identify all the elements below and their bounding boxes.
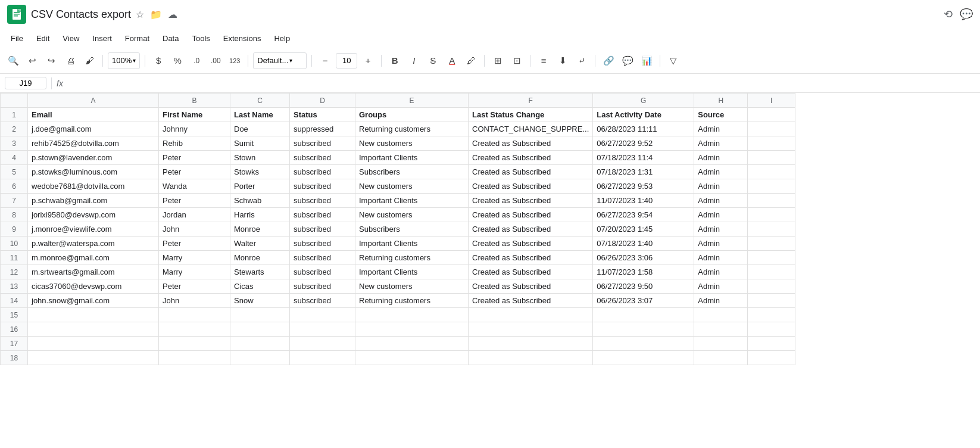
table-cell[interactable]: Important Clients — [355, 194, 469, 208]
table-cell[interactable]: Returning customers — [355, 251, 469, 265]
table-cell[interactable]: p.stowks@luminous.com — [28, 165, 159, 179]
table-cell[interactable] — [469, 322, 593, 337]
table-row[interactable]: 7p.schwab@gmail.comPeterSchwabsubscribed… — [1, 194, 795, 208]
menu-data[interactable]: Data — [157, 32, 185, 45]
table-cell[interactable]: Created as Subscribed — [469, 136, 593, 151]
star-icon[interactable]: ☆ — [136, 9, 144, 20]
table-cell[interactable] — [355, 322, 469, 337]
chart-button[interactable]: 📊 — [638, 52, 655, 69]
table-cell[interactable]: Important Clients — [355, 237, 469, 251]
table-cell[interactable] — [28, 308, 159, 322]
table-cell[interactable] — [748, 265, 795, 279]
table-cell[interactable] — [748, 294, 795, 308]
table-cell[interactable]: 07/18/2023 11:4 — [593, 151, 694, 165]
table-cell[interactable] — [593, 308, 694, 322]
table-cell[interactable]: Jordan — [159, 208, 230, 222]
table-cell[interactable]: 06/27/2023 9:50 — [593, 279, 694, 294]
table-cell[interactable]: Admin — [694, 136, 748, 151]
table-cell[interactable] — [28, 322, 159, 337]
menu-tools[interactable]: Tools — [186, 32, 216, 45]
increase-font-button[interactable]: + — [360, 52, 376, 69]
col-header-g[interactable]: G — [593, 94, 694, 108]
table-cell[interactable]: cicas37060@devswp.com — [28, 279, 159, 294]
table-cell[interactable] — [748, 194, 795, 208]
table-row[interactable]: 9j.monroe@viewlife.comJohnMonroesubscrib… — [1, 222, 795, 237]
table-cell[interactable] — [748, 108, 795, 122]
table-cell[interactable] — [290, 337, 355, 351]
col-header-i[interactable]: I — [748, 94, 795, 108]
table-cell[interactable] — [355, 308, 469, 322]
col-header-a[interactable]: A — [28, 94, 159, 108]
table-cell[interactable]: Last Name — [230, 108, 290, 122]
table-row[interactable]: 1EmailFirst NameLast NameStatusGroupsLas… — [1, 108, 795, 122]
table-cell[interactable]: Created as Subscribed — [469, 294, 593, 308]
table-cell[interactable]: Admin — [694, 294, 748, 308]
col-header-e[interactable]: E — [355, 94, 469, 108]
table-cell[interactable]: Returning customers — [355, 122, 469, 136]
table-cell[interactable]: jorixi9580@devswp.com — [28, 208, 159, 222]
table-cell[interactable]: Schwab — [230, 194, 290, 208]
table-cell[interactable]: Wanda — [159, 179, 230, 194]
table-cell[interactable]: subscribed — [290, 165, 355, 179]
table-cell[interactable]: m.srtwearts@gmail.com — [28, 265, 159, 279]
table-cell[interactable]: john.snow@gmail.com — [28, 294, 159, 308]
table-cell[interactable]: 06/26/2023 3:06 — [593, 251, 694, 265]
chat-icon[interactable]: 💬 — [960, 8, 973, 21]
table-cell[interactable]: subscribed — [290, 194, 355, 208]
table-cell[interactable]: j.monroe@viewlife.com — [28, 222, 159, 237]
table-cell[interactable]: Peter — [159, 194, 230, 208]
table-cell[interactable]: Admin — [694, 122, 748, 136]
table-cell[interactable]: Admin — [694, 222, 748, 237]
cell-reference-input[interactable] — [5, 77, 46, 89]
table-cell[interactable]: subscribed — [290, 265, 355, 279]
table-cell[interactable]: Groups — [355, 108, 469, 122]
history-icon[interactable]: ⟲ — [944, 8, 953, 21]
merge-button[interactable]: ⊡ — [508, 52, 525, 69]
table-cell[interactable] — [290, 351, 355, 365]
paint-format-button[interactable]: 🖌 — [81, 52, 98, 69]
table-cell[interactable]: John — [159, 222, 230, 237]
table-cell[interactable] — [748, 179, 795, 194]
undo-button[interactable]: ↩ — [24, 52, 40, 69]
table-row[interactable]: 3rehib74525@dotvilla.comRehibSumitsubscr… — [1, 136, 795, 151]
table-cell[interactable]: Created as Subscribed — [469, 179, 593, 194]
spreadsheet-wrapper[interactable]: A B C D E F G H I 1EmailFirst NameLast N… — [0, 93, 980, 448]
table-cell[interactable]: Porter — [230, 179, 290, 194]
table-row[interactable]: 6wedobe7681@dotvilla.comWandaPortersubsc… — [1, 179, 795, 194]
table-cell[interactable]: rehib74525@dotvilla.com — [28, 136, 159, 151]
table-cell[interactable] — [159, 322, 230, 337]
table-cell[interactable]: subscribed — [290, 279, 355, 294]
table-cell[interactable]: Monroe — [230, 251, 290, 265]
table-cell[interactable]: 06/28/2023 11:11 — [593, 122, 694, 136]
table-row[interactable]: 14john.snow@gmail.comJohnSnowsubscribedR… — [1, 294, 795, 308]
table-cell[interactable]: Peter — [159, 151, 230, 165]
table-cell[interactable]: Peter — [159, 165, 230, 179]
formula-input[interactable] — [68, 79, 975, 88]
table-cell[interactable]: Created as Subscribed — [469, 165, 593, 179]
table-cell[interactable]: Admin — [694, 237, 748, 251]
table-cell[interactable] — [748, 208, 795, 222]
table-cell[interactable] — [748, 165, 795, 179]
table-row[interactable]: 10p.walter@waterspa.comPeterWaltersubscr… — [1, 237, 795, 251]
table-cell[interactable] — [748, 322, 795, 337]
table-cell[interactable]: Subscribers — [355, 165, 469, 179]
table-cell[interactable] — [694, 351, 748, 365]
menu-file[interactable]: File — [5, 32, 29, 45]
table-cell[interactable] — [159, 308, 230, 322]
table-cell[interactable]: 06/27/2023 9:53 — [593, 179, 694, 194]
link-button[interactable]: 🔗 — [600, 52, 617, 69]
table-cell[interactable]: Created as Subscribed — [469, 151, 593, 165]
table-cell[interactable]: subscribed — [290, 237, 355, 251]
table-cell[interactable]: Peter — [159, 279, 230, 294]
table-cell[interactable]: suppressed — [290, 122, 355, 136]
table-cell[interactable]: subscribed — [290, 179, 355, 194]
table-cell[interactable]: Returning customers — [355, 294, 469, 308]
table-row[interactable]: 12m.srtwearts@gmail.comMarryStewartssubs… — [1, 265, 795, 279]
table-row[interactable]: 5p.stowks@luminous.comPeterStowkssubscri… — [1, 165, 795, 179]
decrease-decimal-button[interactable]: .0 — [188, 52, 205, 69]
table-cell[interactable]: Important Clients — [355, 265, 469, 279]
table-cell[interactable] — [230, 337, 290, 351]
table-cell[interactable] — [230, 351, 290, 365]
italic-button[interactable]: I — [405, 52, 422, 69]
filter-button[interactable]: ▽ — [665, 52, 682, 69]
